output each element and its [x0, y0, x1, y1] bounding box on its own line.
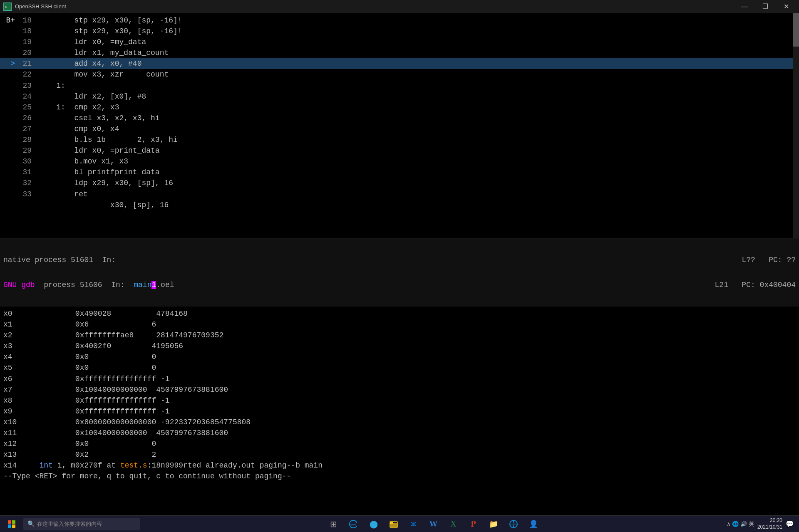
- window-controls: — ❐ ✕: [735, 0, 796, 13]
- search-icon: 🔍: [27, 520, 35, 527]
- svg-rect-2: [8, 520, 11, 524]
- line-number: 18: [17, 15, 32, 26]
- terminal-line: x5 0x0 0: [3, 362, 796, 373]
- svg-text:>_: >_: [5, 5, 10, 9]
- line-code: cmp x0, x4: [38, 124, 119, 134]
- line-code: b.mov x1, x3: [38, 156, 128, 167]
- window-title: OpenSSH SSH client: [15, 3, 735, 10]
- terminal-line: x7 0x10040000000000 4507997673881600: [3, 384, 796, 395]
- status-bottom-right: L21 PC: 0x400404: [715, 281, 796, 289]
- status-bottom-left: GNU gdb process 51606 In: main1.oel: [3, 281, 174, 289]
- maximize-button[interactable]: ❐: [756, 0, 775, 13]
- line-code: ldr x0, =my_data: [38, 37, 146, 47]
- line-prefix: [3, 80, 15, 91]
- line-number: 24: [17, 91, 32, 102]
- line-prefix: [3, 156, 15, 167]
- line-number: 21: [17, 58, 32, 69]
- terminal-line: x12 0x0 0: [3, 438, 796, 449]
- line-code: stp x29, x30, [sp, -16]!: [38, 15, 182, 26]
- line-code: 1: cmp x2, x3: [38, 102, 119, 113]
- taskview-button[interactable]: ⊞: [325, 516, 343, 532]
- line-code: ldr x2, [x0], #8: [38, 91, 146, 102]
- line-prefix: [3, 167, 15, 178]
- taskbar-clock[interactable]: 20:20 2021/10/31: [757, 517, 782, 530]
- code-line: 29 ldr x0, =print_data: [0, 145, 799, 156]
- code-line: 26 csel x3, x2, x3, hi: [0, 113, 799, 124]
- line-prefix: [3, 200, 15, 210]
- mail-button[interactable]: ✉: [404, 516, 423, 532]
- line-code: 1:: [38, 80, 65, 91]
- terminal-line: x14 int 1, m0x270f at test.s:18n9999rted…: [3, 460, 796, 471]
- line-prefix: [3, 124, 15, 134]
- line-prefix: [3, 91, 15, 102]
- titlebar: >_ OpenSSH SSH client — ❐ ✕: [0, 0, 799, 13]
- line-code: add x4, x0, #40: [38, 58, 141, 69]
- start-button[interactable]: [2, 516, 22, 532]
- edge-button[interactable]: [345, 516, 363, 532]
- line-prefix: B+: [3, 15, 15, 26]
- files-button[interactable]: [385, 516, 403, 532]
- browser-button[interactable]: [504, 516, 523, 532]
- line-number: 19: [17, 37, 32, 47]
- status-top-right: L?? PC: ??: [742, 256, 796, 264]
- line-number: 32: [17, 178, 32, 188]
- chevron-icon[interactable]: ∧: [727, 521, 730, 527]
- code-line: 23 1:: [0, 80, 799, 91]
- line-prefix: [3, 178, 15, 188]
- volume-icon[interactable]: 🔊: [740, 521, 747, 527]
- close-button[interactable]: ✕: [777, 0, 796, 13]
- svg-rect-4: [8, 525, 11, 528]
- line-number: 18: [17, 26, 32, 37]
- clock-time: 20:20: [757, 517, 782, 524]
- terminal-pane: x0 0x490028 4784168x1 0x6 6x2 0xffffffff…: [0, 307, 799, 515]
- network-icon[interactable]: 🌐: [732, 521, 739, 527]
- taskbar-search[interactable]: 🔍 在这里输入你要搜索的内容: [23, 518, 140, 530]
- line-prefix: [3, 69, 15, 80]
- minimize-button[interactable]: —: [735, 0, 754, 13]
- word-button[interactable]: W: [424, 516, 443, 532]
- code-line: 28 b.ls 1b 2, x3, hi: [0, 134, 799, 145]
- line-prefix: [3, 47, 15, 58]
- ppt-button[interactable]: P: [464, 516, 483, 532]
- code-line: >21 add x4, x0, #40: [0, 58, 799, 69]
- code-line: 27 cmp x0, x4: [0, 124, 799, 134]
- taskbar-apps: ⊞ ⬤ ✉ W X P 📁 👤: [141, 516, 725, 532]
- files2-button[interactable]: 📁: [484, 516, 503, 532]
- code-line: 30 b.mov x1, x3: [0, 156, 799, 167]
- line-prefix: >: [3, 58, 15, 69]
- line-prefix: [3, 26, 15, 37]
- line-prefix: [3, 37, 15, 47]
- line-code: bl printfprint_data: [38, 167, 160, 178]
- app-icon: >_: [3, 2, 12, 11]
- code-line: 33 ret: [0, 189, 799, 200]
- line-code: ldp x29, x30, [sp], 16: [38, 178, 173, 188]
- terminal-line: x11 0x10040000000000 4507997673881600: [3, 428, 796, 438]
- line-code: ldr x0, =print_data: [38, 145, 160, 156]
- status-bar: native process 51601 In: L?? PC: ?? GNU …: [0, 238, 799, 307]
- status-bar-bottom: GNU gdb process 51606 In: main1.oel L21 …: [3, 281, 796, 289]
- line-code: ldr x1, my_data_count: [38, 47, 169, 58]
- lang-icon[interactable]: 英: [749, 520, 754, 528]
- line-number: 29: [17, 145, 32, 156]
- code-line: 24 ldr x2, [x0], #8: [0, 91, 799, 102]
- taskbar-right: ∧ 🌐 🔊 英 20:20 2021/10/31 💬: [727, 517, 797, 530]
- code-line: 32 ldp x29, x30, [sp], 16: [0, 178, 799, 188]
- terminal-line: x6 0xffffffffffffffff -1: [3, 374, 796, 384]
- line-number: 26: [17, 113, 32, 124]
- line-code: b.ls 1b 2, x3, hi: [38, 134, 178, 145]
- svg-rect-3: [12, 520, 15, 524]
- code-line: 18 stp x29, x30, [sp, -16]!: [0, 26, 799, 37]
- ssh-content: B+18 stp x29, x30, [sp, -16]! 18 stp x29…: [0, 13, 799, 515]
- line-number: 20: [17, 47, 32, 58]
- svg-rect-8: [390, 523, 397, 527]
- cortana-button[interactable]: ⬤: [365, 516, 383, 532]
- scrollbar-thumb[interactable]: [793, 13, 799, 47]
- people-button[interactable]: 👤: [524, 516, 543, 532]
- scrollbar[interactable]: [793, 13, 799, 238]
- notification-button[interactable]: 💬: [786, 520, 794, 528]
- line-prefix: [3, 189, 15, 200]
- line-prefix: [3, 134, 15, 145]
- excel-button[interactable]: X: [444, 516, 463, 532]
- line-code: stp x29, x30, [sp, -16]!: [38, 26, 182, 37]
- line-prefix: [3, 113, 15, 124]
